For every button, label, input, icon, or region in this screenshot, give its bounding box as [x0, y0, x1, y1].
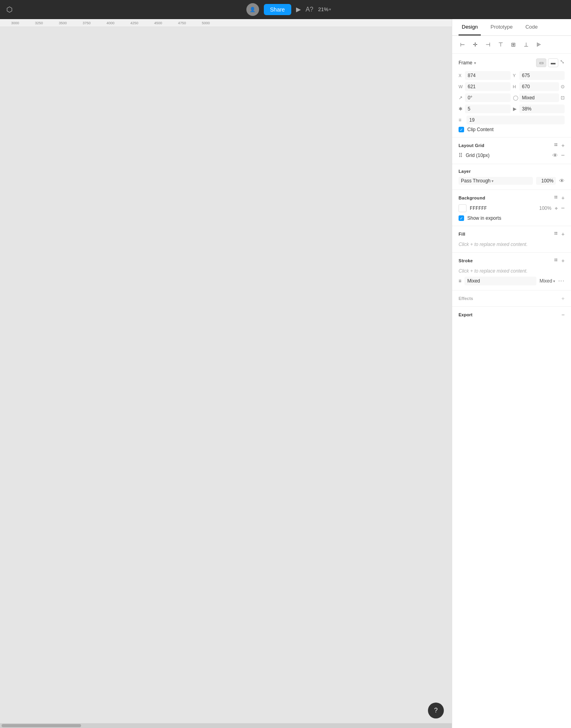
corner-input[interactable]: Mixed — [519, 93, 559, 102]
export-section: Export − — [452, 307, 571, 323]
svg-point-10 — [554, 234, 556, 235]
landscape-icon[interactable]: ▬ — [548, 58, 558, 67]
show-in-exports-checkbox[interactable]: ✓ — [459, 215, 464, 221]
svg-point-12 — [554, 259, 556, 260]
export-title: Export — [459, 312, 472, 317]
corner-mode-icon[interactable]: ⊡ — [561, 95, 565, 101]
show-exports-row: ✓ Show in exports — [459, 215, 565, 221]
layer-opacity-input[interactable]: 100% — [536, 177, 556, 185]
frame-dropdown[interactable]: Frame ▾ — [459, 60, 476, 66]
effects-add-icon[interactable]: + — [561, 295, 565, 302]
stroke-more-icon[interactable]: ··· — [558, 277, 565, 285]
x-input[interactable]: 874 — [465, 71, 511, 80]
resize-icon[interactable]: ⤡ — [560, 58, 565, 67]
opacity-input[interactable]: 38% — [519, 105, 565, 113]
help-button[interactable]: ? — [428, 703, 444, 718]
grid-pattern-icon: ⠿ — [459, 152, 463, 159]
svg-point-8 — [554, 232, 556, 233]
stroke-placeholder: Click + to replace mixed content. — [459, 268, 528, 274]
depth-label: ≡ — [459, 117, 463, 123]
corner-label: ◯ — [513, 95, 518, 101]
fill-add-icon[interactable]: + — [561, 231, 565, 237]
distribute-button[interactable]: ⫸ — [533, 39, 544, 50]
layer-row: Pass Through ▾ 100% 👁 — [459, 177, 565, 185]
blend-mode-chevron: ▾ — [492, 179, 494, 183]
lock-ratio-icon[interactable]: ⊙ — [561, 84, 565, 89]
grid-remove-icon[interactable]: − — [561, 152, 565, 159]
grid-item: ⠿ Grid (10px) 👁 − — [459, 152, 565, 159]
layers-opacity-props: ✱ 5 ▶ 38% — [459, 105, 565, 113]
opacity-prop: ▶ 38% — [513, 105, 565, 113]
frame-section: Frame ▾ ▭ ▬ ⤡ X 874 Y 675 — [452, 54, 571, 137]
layer-title: Layer — [459, 169, 471, 174]
svg-point-9 — [556, 232, 557, 233]
figma-logo[interactable]: ⬡ — [6, 5, 13, 14]
frame-row: Frame ▾ ▭ ▬ ⤡ — [459, 58, 565, 67]
bg-color-swatch[interactable] — [459, 204, 466, 212]
stroke-add-icon[interactable]: + — [561, 258, 565, 264]
svg-point-15 — [556, 260, 557, 261]
canvas-content[interactable] — [0, 27, 452, 728]
play-icon[interactable]: ▶ — [296, 6, 301, 13]
share-button[interactable]: Share — [264, 4, 291, 15]
layout-grid-title: Layout Grid — [459, 143, 484, 148]
align-center-v-button[interactable]: ⊞ — [508, 39, 519, 50]
bg-color-row: FFFFFF 100% ⌖ − — [459, 204, 565, 212]
grid-visibility-icon[interactable]: 👁 — [552, 152, 558, 159]
background-add-icon[interactable]: + — [561, 195, 565, 201]
stroke-left-value[interactable]: Mixed — [465, 277, 536, 285]
ruler-mark: 3250 — [27, 21, 51, 25]
fill-dots-icon[interactable] — [554, 232, 559, 236]
blend-mode-dropdown[interactable]: Pass Through ▾ — [459, 177, 533, 185]
stroke-header: Stroke + — [459, 258, 565, 264]
svg-point-2 — [554, 145, 556, 146]
portrait-icon[interactable]: ▭ — [536, 58, 546, 67]
align-center-h-button[interactable]: ✛ — [470, 39, 481, 50]
canvas-scrollbar[interactable] — [0, 723, 452, 728]
canvas-scrollbar-thumb[interactable] — [2, 724, 81, 727]
clip-content-checkbox[interactable]: ✓ — [459, 127, 464, 132]
align-top-button[interactable]: ⊤ — [495, 39, 506, 50]
h-input[interactable]: 670 — [519, 82, 559, 91]
rotation-corner-props: ↗ 0° ◯ Mixed ⊡ — [459, 93, 565, 102]
bg-opacity-value[interactable]: 100% — [536, 205, 552, 211]
tab-design[interactable]: Design — [459, 19, 481, 35]
layout-grid-add-icon[interactable]: + — [561, 142, 565, 149]
layer-visibility-icon[interactable]: 👁 — [559, 178, 565, 184]
depth-input[interactable]: 19 — [466, 116, 565, 124]
layout-grid-dots-icon[interactable] — [554, 143, 559, 148]
depth-row: ≡ 19 — [459, 116, 565, 124]
w-input[interactable]: 621 — [465, 82, 511, 91]
export-remove-icon[interactable]: − — [561, 312, 565, 318]
svg-point-4 — [554, 196, 556, 197]
ruler-mark: 4750 — [170, 21, 194, 25]
bg-hex-value[interactable]: FFFFFF — [470, 205, 532, 211]
background-dots-icon[interactable] — [554, 196, 559, 200]
layout-grid-header: Layout Grid + — [459, 142, 565, 149]
bg-visibility-icon[interactable]: ⌖ — [555, 205, 558, 212]
rotation-input[interactable]: 0° — [465, 93, 511, 102]
blend-mode-value: Pass Through — [461, 178, 491, 184]
bg-remove-icon[interactable]: − — [561, 205, 565, 212]
ruler-mark: 4000 — [99, 21, 122, 25]
stroke-type-value: Mixed — [540, 278, 552, 284]
svg-point-6 — [554, 197, 556, 199]
tab-prototype[interactable]: Prototype — [487, 19, 516, 35]
tab-code[interactable]: Code — [522, 19, 541, 35]
y-input[interactable]: 675 — [519, 71, 565, 80]
canvas-area[interactable]: 3000 3250 3500 3750 4000 4250 4500 4750 … — [0, 19, 452, 728]
align-bottom-button[interactable]: ⊥ — [521, 39, 532, 50]
layers-input[interactable]: 5 — [465, 105, 511, 113]
stroke-type-dropdown[interactable]: Mixed ▾ — [540, 278, 555, 284]
right-panel: Design Prototype Code ⊢ ✛ ⊣ ⊤ ⊞ ⊥ ⫸ Fram… — [452, 19, 571, 728]
align-left-button[interactable]: ⊢ — [457, 39, 468, 50]
zoom-chevron: ▾ — [329, 7, 331, 12]
stroke-dots-icon[interactable] — [554, 258, 559, 263]
align-right-button[interactable]: ⊣ — [482, 39, 494, 50]
background-header: Background + — [459, 195, 565, 201]
zoom-control[interactable]: 21% ▾ — [318, 6, 331, 12]
frame-label: Frame — [459, 60, 472, 66]
y-label: Y — [513, 73, 518, 78]
font-icon[interactable]: A? — [306, 6, 314, 13]
rotation-prop: ↗ 0° — [459, 93, 511, 102]
